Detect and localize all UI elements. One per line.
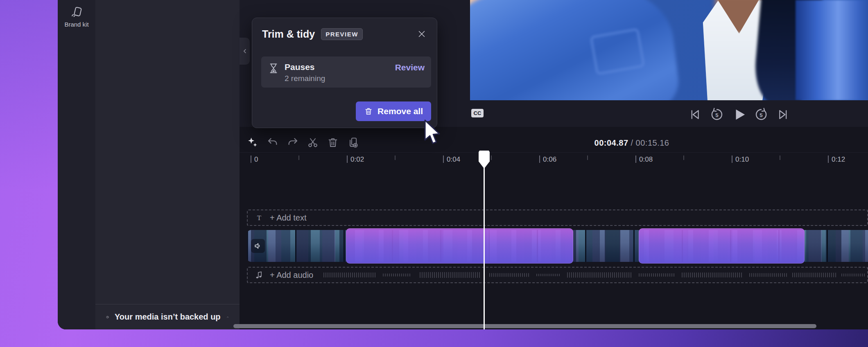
timeline-ruler[interactable]: 0 0:02 0:04 0:06 0:08 0:10 0:12 <box>240 152 868 172</box>
current-time: 00:04.87 <box>594 138 628 147</box>
skip-to-start-button[interactable] <box>687 106 703 123</box>
ruler-tick: 0 <box>251 155 251 163</box>
audio-waveform <box>682 273 743 277</box>
app-window: Brand kit Your media isn’t backed up <box>58 0 868 329</box>
audio-waveform <box>536 274 561 276</box>
pauses-info: Pauses 2 remaining <box>285 62 325 83</box>
ruler-minor-tick <box>395 155 396 160</box>
playhead-line <box>484 151 485 329</box>
audio-waveform <box>567 273 633 278</box>
pause-segment-1[interactable] <box>346 228 573 264</box>
remove-all-label: Remove all <box>377 106 423 116</box>
scissors-icon <box>307 136 319 149</box>
close-dialog-button[interactable] <box>416 28 428 40</box>
svg-text:T: T <box>257 214 262 222</box>
timeline-section: 00:04.87/00:15.16 0 0:02 0:04 0:06 0:08 … <box>240 127 868 329</box>
svg-text:5: 5 <box>760 112 763 118</box>
desktop-background: Brand kit Your media isn’t backed up <box>0 0 868 347</box>
rewind-5-seconds-button[interactable]: 5 <box>709 106 725 123</box>
skip-end-icon <box>776 107 791 122</box>
ruler-minor-tick <box>491 155 492 160</box>
preview-blue-background <box>796 0 868 100</box>
rewind-5-icon: 5 <box>709 107 725 122</box>
undo-icon <box>267 136 279 149</box>
video-clip-track[interactable] <box>247 228 868 264</box>
time-display: 00:04.87/00:15.16 <box>550 138 714 148</box>
pauses-row[interactable]: Pauses 2 remaining Review <box>261 56 431 88</box>
ai-suggestions-button[interactable] <box>245 135 260 150</box>
transport-controls: 5 5 <box>687 106 791 123</box>
warning-icon <box>106 312 109 322</box>
delete-button[interactable] <box>326 135 340 150</box>
captions-button[interactable]: CC <box>471 109 484 117</box>
clip-audio-chip[interactable] <box>251 239 265 253</box>
backup-message: Your media isn’t backed up <box>115 312 221 322</box>
collapse-panel-button[interactable] <box>240 38 250 65</box>
split-button[interactable] <box>305 135 320 150</box>
play-icon <box>731 106 747 123</box>
audio-waveform <box>792 273 837 277</box>
mouse-cursor-pointer <box>423 119 441 146</box>
pauses-count: 2 remaining <box>285 74 325 83</box>
ruler-tick: 0:10 <box>732 155 732 163</box>
horizontal-scrollbar[interactable] <box>233 324 816 328</box>
pause-segment-2[interactable] <box>639 228 805 264</box>
preview-denim-jacket <box>470 0 683 100</box>
sidebar-item-brand-kit[interactable]: Brand kit <box>58 3 95 30</box>
dialog-header: Trim & tidy PREVIEW <box>252 18 437 40</box>
add-audio-label: + Add audio <box>270 270 313 280</box>
time-separator: / <box>631 138 633 147</box>
chevron-left-icon <box>241 47 249 55</box>
audio-waveform <box>489 273 530 277</box>
svg-text:5: 5 <box>715 112 719 118</box>
duplicate-button[interactable] <box>346 135 360 150</box>
backup-status-bar[interactable]: Your media isn’t backed up <box>95 304 240 329</box>
skip-start-icon <box>687 107 702 122</box>
timeline-toolbar <box>245 135 360 150</box>
forward-5-icon: 5 <box>753 107 769 122</box>
ruler-tick: 0:08 <box>635 155 636 163</box>
trash-icon <box>327 136 339 149</box>
pauses-title: Pauses <box>285 62 325 72</box>
text-icon: T <box>254 213 264 223</box>
ruler-minor-tick <box>780 155 780 160</box>
audio-waveform <box>841 274 866 277</box>
audio-waveform <box>749 273 788 277</box>
media-panel: Your media isn’t backed up <box>95 0 240 329</box>
close-icon <box>417 29 427 39</box>
ruler-tick: 0:06 <box>539 155 540 163</box>
redo-button[interactable] <box>285 135 300 150</box>
review-link[interactable]: Review <box>395 63 425 72</box>
skip-to-end-button[interactable] <box>775 106 791 123</box>
ruler-tick: 0:02 <box>347 155 348 163</box>
play-button[interactable] <box>731 106 747 123</box>
sparkles-icon <box>246 136 259 149</box>
trim-tidy-dialog: Trim & tidy PREVIEW Pauses 2 rema <box>252 18 437 128</box>
add-text-label: + Add text <box>270 213 307 223</box>
audio-waveform <box>420 272 481 278</box>
ruler-tick: 0:12 <box>828 155 829 163</box>
brand-kit-label: Brand kit <box>64 21 88 28</box>
remove-all-button[interactable]: Remove all <box>356 101 431 121</box>
video-preview <box>470 0 868 100</box>
redo-icon <box>287 136 299 149</box>
ruler-minor-tick <box>683 155 684 160</box>
hourglass-icon <box>268 63 279 74</box>
preview-badge: PREVIEW <box>321 28 363 40</box>
speaker-icon <box>253 241 262 250</box>
ruler-tick: 0:04 <box>443 155 444 163</box>
trash-icon <box>364 107 373 116</box>
add-text-track[interactable]: T + Add text <box>247 210 868 226</box>
duplicate-icon <box>347 136 359 149</box>
undo-button[interactable] <box>265 135 280 150</box>
music-note-icon <box>254 270 264 280</box>
audio-waveform <box>323 273 377 277</box>
forward-5-seconds-button[interactable]: 5 <box>753 106 769 123</box>
add-audio-track[interactable]: + Add audio <box>247 267 868 283</box>
ruler-minor-tick <box>298 155 299 160</box>
chevron-up-icon[interactable] <box>226 313 229 322</box>
audio-waveform <box>639 273 676 277</box>
audio-waveform <box>383 274 411 277</box>
ruler-minor-tick <box>587 155 588 160</box>
sidebar-nav-rail: Brand kit <box>58 0 95 329</box>
